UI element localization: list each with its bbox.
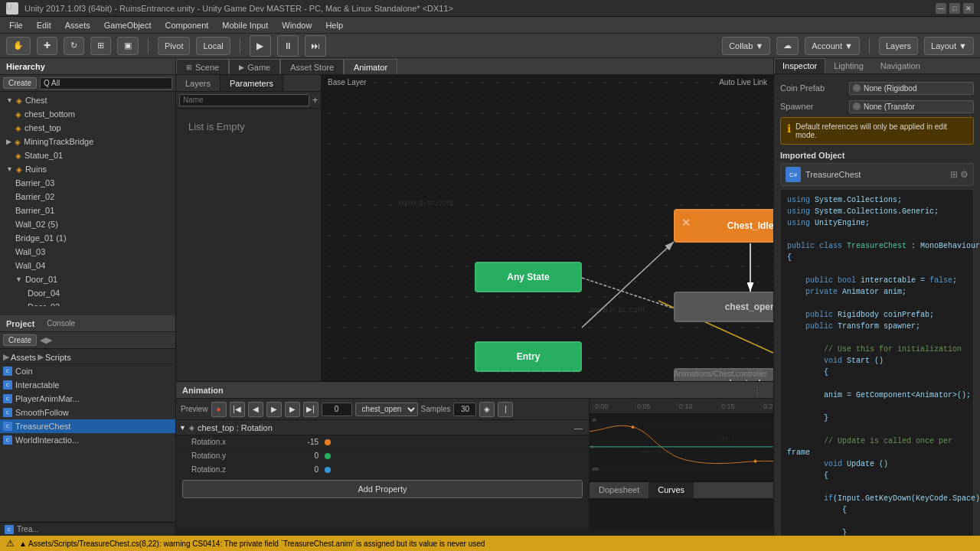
menu-file[interactable]: File (3, 19, 29, 31)
chest-open-node[interactable]: chest_open (674, 292, 773, 322)
curves-tab[interactable]: Curves (648, 482, 694, 498)
animation-timeline[interactable]: 0:00 0:05 0:10 0:15 0:20 0:25 1:00 (590, 399, 773, 529)
move-tool-button[interactable]: ✚ (37, 37, 57, 55)
track-dot-rz (325, 467, 331, 473)
hierarchy-item-statue[interactable]: ◈ Statue_01 (0, 148, 175, 162)
hierarchy-create-button[interactable]: Create (3, 77, 37, 89)
track-dot-rx (325, 439, 331, 445)
menu-edit[interactable]: Edit (31, 19, 57, 31)
clip-select[interactable]: chest_open (355, 403, 418, 416)
entry-node[interactable]: Entry (475, 341, 582, 372)
local-button[interactable]: Local (196, 37, 230, 55)
script-treasurechest[interactable]: C TreasureChest (0, 419, 175, 433)
tab-game[interactable]: ▶ Game (229, 59, 280, 74)
script-worldinteraction[interactable]: C WorldInteractio... (0, 433, 175, 447)
hierarchy-item-chest[interactable]: ▼ ◈ Chest (0, 93, 175, 107)
menu-assets[interactable]: Assets (59, 19, 96, 31)
menu-help[interactable]: Help (319, 19, 349, 31)
add-property-button[interactable]: Add Property (182, 480, 583, 498)
play-anim-button[interactable]: ▶ (266, 402, 282, 417)
pivot-button[interactable]: Pivot (158, 37, 190, 55)
coin-prefab-label: Coin Prefab (780, 83, 849, 93)
imported-object-row: C# TreasureChest ⊞ ⚙ (780, 163, 974, 186)
tab-asset-store[interactable]: Asset Store (280, 59, 344, 74)
prev-frame-button[interactable]: ◀ (248, 402, 263, 417)
hierarchy-item-wall02[interactable]: Wall_02 (5) (0, 217, 175, 231)
svg-text:-15: -15 (591, 419, 596, 422)
menu-gameobject[interactable]: GameObject (98, 19, 158, 31)
menu-component[interactable]: Component (158, 19, 214, 31)
hierarchy-item-mining[interactable]: ▶ ◈ MiningTrackBridge (0, 135, 175, 148)
tab-scene[interactable]: ⊞ Scene (176, 59, 229, 74)
cloud-button[interactable]: ☁ (776, 37, 799, 55)
svg-rect-9 (631, 425, 635, 429)
script-smoothfollow[interactable]: C SmoothFollow (0, 406, 175, 419)
add-event-button[interactable]: | (498, 402, 513, 417)
minimize-button[interactable]: — (936, 3, 946, 14)
track-name-rx: Rotation.x (176, 438, 291, 446)
hierarchy-item-chest-top[interactable]: ◈ chest_top (0, 121, 175, 135)
spawner-label: Spawner (780, 102, 849, 111)
animator-layers-tab[interactable]: Layers (176, 75, 220, 91)
animator-params-tab[interactable]: Parameters (220, 75, 283, 91)
hierarchy-item-bridge01[interactable]: Bridge_01 (1) (0, 231, 175, 245)
status-icon: ⚠ (6, 538, 15, 549)
script-playeranimarmar[interactable]: C PlayerAnimMar... (0, 392, 175, 406)
menu-mobile-input[interactable]: Mobile Input (216, 19, 274, 31)
lighting-tab[interactable]: Lighting (825, 58, 872, 73)
project-tab-2[interactable]: Project (6, 319, 34, 328)
hierarchy-item-barrier03[interactable]: Barrier_03 (0, 176, 175, 190)
close-button[interactable]: ✕ (963, 3, 974, 14)
play-button[interactable]: ▶ (250, 35, 271, 57)
hierarchy-item-wall03[interactable]: Wall_03 (0, 245, 175, 259)
pause-button[interactable]: ⏸ (277, 35, 299, 57)
hand-tool-button[interactable]: ✋ (6, 37, 31, 55)
add-keyframe-button[interactable]: ◈ (479, 402, 495, 417)
console-tab-2[interactable]: Console (47, 319, 75, 328)
svg-line-1 (582, 278, 674, 308)
hierarchy-item-door04[interactable]: Door_04 (0, 286, 175, 300)
any-state-node[interactable]: Any State (475, 262, 582, 292)
track-value-rx: -15 (291, 438, 322, 446)
hierarchy-item-door01[interactable]: ▼ Door_01 (0, 272, 175, 286)
hierarchy-tab[interactable]: Hierarchy (6, 62, 45, 71)
hierarchy-item-ruins[interactable]: ▼ ◈ Ruins (0, 162, 175, 176)
dopesheet-tab[interactable]: Dopesheet (590, 482, 648, 498)
record-button[interactable]: ● (211, 402, 227, 417)
separator-1 (148, 38, 149, 54)
step-button[interactable]: ⏭ (305, 35, 326, 57)
animator-graph[interactable]: Base Layer Auto Live Link (322, 75, 773, 381)
menu-bar: File Edit Assets GameObject Component Mo… (0, 17, 980, 34)
project-create-2[interactable]: Create (3, 334, 37, 346)
animator-add-param-button[interactable]: + (312, 95, 318, 106)
hierarchy-item-chest-bottom[interactable]: ◈ chest_bottom (0, 107, 175, 121)
script-coin[interactable]: C Coin (0, 364, 175, 378)
hierarchy-item-wall04[interactable]: Wall_04 (0, 259, 175, 272)
hierarchy-item-barrier01[interactable]: Barrier_01 (0, 204, 175, 217)
inspector-tab[interactable]: Inspector (774, 58, 825, 73)
track-row-rotation-x: Rotation.x -15 (176, 435, 589, 449)
svg-rect-10 (753, 459, 757, 463)
samples-input[interactable] (453, 403, 476, 416)
maximize-button[interactable]: □ (949, 3, 960, 14)
script-interactable[interactable]: C Interactable (0, 378, 175, 392)
scale-tool-button[interactable]: ⊞ (90, 37, 111, 55)
next-frame-button[interactable]: ▶ (285, 402, 300, 417)
layout-button[interactable]: Layout ▼ (924, 37, 974, 55)
status-text: ▲ Assets/Scripts/TreasureChest.cs(8,22):… (19, 540, 485, 548)
tab-asset-label: Asset Store (290, 63, 334, 72)
layers-button[interactable]: Layers (879, 37, 918, 55)
chest-idle-node[interactable]: ✕ Chest_Idle (674, 209, 773, 243)
tab-animator[interactable]: Animator (344, 59, 397, 74)
prev-keyframe-button[interactable]: |◀ (230, 402, 245, 417)
account-button[interactable]: Account ▼ (805, 37, 860, 55)
rotate-tool-button[interactable]: ↻ (64, 37, 84, 55)
menu-window[interactable]: Window (276, 19, 318, 31)
navigation-tab[interactable]: Navigation (872, 58, 929, 73)
animator-search-input[interactable] (179, 94, 309, 106)
rect-tool-button[interactable]: ▣ (117, 37, 139, 55)
hierarchy-item-barrier02[interactable]: Barrier_02 (0, 190, 175, 204)
collab-button[interactable]: Collab ▼ (722, 37, 770, 55)
hierarchy-search-input[interactable] (40, 77, 172, 90)
next-keyframe-button[interactable]: ▶| (303, 402, 318, 417)
